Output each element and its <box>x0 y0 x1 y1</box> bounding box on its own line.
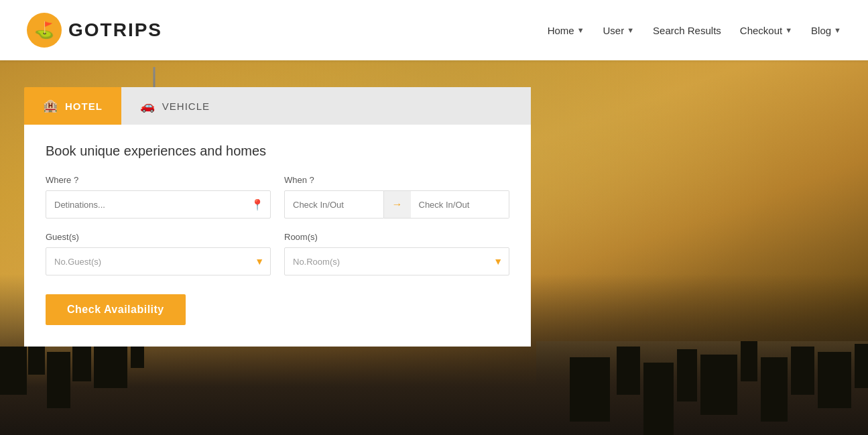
where-label: Where ? <box>46 175 271 185</box>
rooms-select-wrapper: No.Room(s) 1 Room 2 Rooms 3 Rooms 4 Room… <box>284 247 509 275</box>
logo-icon: ⛳ <box>27 13 62 48</box>
when-label: When ? <box>284 175 509 185</box>
destination-input[interactable] <box>46 190 271 219</box>
when-group: When ? → <box>284 175 509 219</box>
widget-title: Book unique experiences and homes <box>46 143 509 159</box>
destination-input-wrapper: 📍 <box>46 190 271 219</box>
chevron-down-icon: ▼ <box>627 26 634 34</box>
where-when-row: Where ? 📍 When ? → <box>46 175 509 219</box>
logo-text: GOTRIPS <box>68 19 162 41</box>
hotel-icon: 🏨 <box>43 99 58 113</box>
booking-widget: 🏨 HOTEL 🚗 VEHICLE Book unique experience… <box>24 87 531 347</box>
nav-item-checkout[interactable]: Checkout ▼ <box>740 25 792 36</box>
rooms-group: Room(s) No.Room(s) 1 Room 2 Rooms 3 Room… <box>284 232 509 275</box>
chevron-down-icon: ▼ <box>834 26 841 34</box>
rooms-label: Room(s) <box>284 232 509 242</box>
widget-tabs: 🏨 HOTEL 🚗 VEHICLE <box>24 87 531 125</box>
widget-body: Book unique experiences and homes Where … <box>24 125 531 347</box>
location-icon: 📍 <box>251 198 264 211</box>
chevron-down-icon: ▼ <box>577 26 584 34</box>
checkout-input[interactable] <box>411 190 510 219</box>
check-availability-button[interactable]: Check Availability <box>46 294 186 325</box>
nav-item-search-results[interactable]: Search Results <box>653 25 721 36</box>
nav-item-blog[interactable]: Blog ▼ <box>811 25 841 36</box>
guests-rooms-row: Guest(s) No.Guest(s) 1 Guest 2 Guests 3 … <box>46 232 509 275</box>
guests-group: Guest(s) No.Guest(s) 1 Guest 2 Guests 3 … <box>46 232 271 275</box>
date-range-row: → <box>284 190 509 219</box>
rooms-select[interactable]: No.Room(s) 1 Room 2 Rooms 3 Rooms 4 Room… <box>284 247 509 275</box>
nav-item-home[interactable]: Home ▼ <box>548 25 584 36</box>
nav-item-user[interactable]: User ▼ <box>603 25 635 36</box>
guests-label: Guest(s) <box>46 232 271 242</box>
guests-select-wrapper: No.Guest(s) 1 Guest 2 Guests 3 Guests 4 … <box>46 247 271 275</box>
checkin-input[interactable] <box>284 190 384 219</box>
tab-vehicle[interactable]: 🚗 VEHICLE <box>121 87 531 125</box>
navbar: ⛳ GOTRIPS Home ▼ User ▼ Search Results C… <box>0 0 868 60</box>
chevron-down-icon: ▼ <box>785 26 792 34</box>
tab-hotel[interactable]: 🏨 HOTEL <box>24 87 121 125</box>
nav-links: Home ▼ User ▼ Search Results Checkout ▼ … <box>548 25 841 36</box>
logo-area: ⛳ GOTRIPS <box>27 13 162 48</box>
car-icon: 🚗 <box>140 99 156 113</box>
svg-text:⛳: ⛳ <box>34 20 54 40</box>
date-arrow-icon: → <box>384 190 411 219</box>
where-group: Where ? 📍 <box>46 175 271 219</box>
guests-select[interactable]: No.Guest(s) 1 Guest 2 Guests 3 Guests 4 … <box>46 247 271 275</box>
